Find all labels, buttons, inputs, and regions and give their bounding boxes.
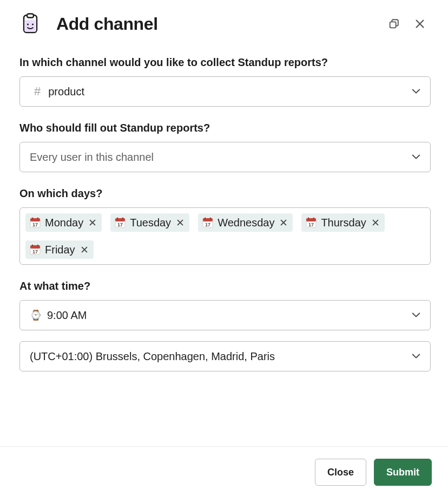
- day-chip-label: Friday: [45, 243, 75, 257]
- modal-content: In which channel would you like to colle…: [0, 41, 448, 446]
- day-chip: Wednesday: [198, 213, 293, 232]
- day-chip-label: Thursday: [321, 216, 366, 230]
- svg-point-9: [32, 23, 34, 25]
- day-chip-remove[interactable]: [280, 219, 287, 226]
- chevron-down-icon: [412, 311, 420, 320]
- chevron-down-icon: [412, 87, 420, 96]
- new-window-button[interactable]: [383, 13, 405, 35]
- day-chip: Friday: [25, 240, 94, 259]
- time-label: At what time?: [19, 280, 431, 292]
- field-channel: In which channel would you like to colle…: [19, 56, 431, 107]
- field-who: Who should fill out Standup reports? Eve…: [19, 122, 431, 172]
- modal-footer: Close Submit: [0, 446, 448, 502]
- calendar-icon: [30, 244, 41, 255]
- hash-icon: #: [34, 84, 41, 99]
- close-button[interactable]: Close: [315, 459, 366, 486]
- days-label: On which days?: [19, 187, 431, 200]
- who-select[interactable]: Every user in this channel: [19, 142, 431, 172]
- svg-rect-7: [24, 20, 36, 32]
- calendar-icon: [115, 217, 126, 228]
- chevron-down-icon: [412, 153, 420, 161]
- day-chip-label: Monday: [45, 216, 83, 230]
- day-chip: Thursday: [301, 213, 384, 232]
- modal-title: Add channel: [56, 14, 383, 34]
- channel-label: In which channel would you like to colle…: [19, 56, 431, 69]
- svg-rect-6: [27, 14, 34, 18]
- svg-rect-10: [390, 22, 396, 28]
- field-time: At what time? ⌚ 9:00 AM: [19, 280, 431, 330]
- timezone-value: (UTC+01:00) Brussels, Copenhagen, Madrid…: [30, 350, 275, 363]
- channel-select[interactable]: # product: [19, 76, 431, 107]
- day-chip-remove[interactable]: [81, 246, 88, 253]
- watch-icon: ⌚: [30, 309, 42, 321]
- timezone-select[interactable]: (UTC+01:00) Brussels, Copenhagen, Madrid…: [19, 341, 431, 371]
- chevron-down-icon: [412, 352, 420, 361]
- who-label: Who should fill out Standup reports?: [19, 122, 431, 134]
- day-chip-label: Wednesday: [218, 216, 274, 230]
- calendar-icon: [306, 217, 317, 228]
- day-chip: Tuesday: [110, 213, 189, 232]
- time-value: 9:00 AM: [47, 309, 87, 322]
- svg-point-8: [27, 23, 29, 25]
- days-multiselect[interactable]: MondayTuesdayWednesdayThursdayFriday: [19, 207, 431, 265]
- calendar-icon: [30, 217, 41, 228]
- add-channel-modal: Add channel In which channel would you l…: [0, 0, 448, 502]
- app-icon: [19, 13, 41, 35]
- modal-header: Add channel: [0, 0, 448, 41]
- close-icon[interactable]: [409, 13, 431, 35]
- submit-button[interactable]: Submit: [374, 459, 432, 486]
- day-chip-label: Tuesday: [130, 216, 171, 230]
- day-chip-remove[interactable]: [372, 219, 379, 226]
- time-select[interactable]: ⌚ 9:00 AM: [19, 300, 431, 330]
- channel-value: product: [48, 86, 84, 98]
- field-days: On which days? MondayTuesdayWednesdayThu…: [19, 187, 431, 265]
- calendar-icon: [202, 217, 213, 228]
- who-value: Every user in this channel: [30, 151, 154, 164]
- day-chip-remove[interactable]: [89, 219, 96, 226]
- field-timezone: (UTC+01:00) Brussels, Copenhagen, Madrid…: [19, 341, 431, 371]
- day-chip: Monday: [25, 213, 102, 232]
- day-chip-remove[interactable]: [176, 219, 184, 226]
